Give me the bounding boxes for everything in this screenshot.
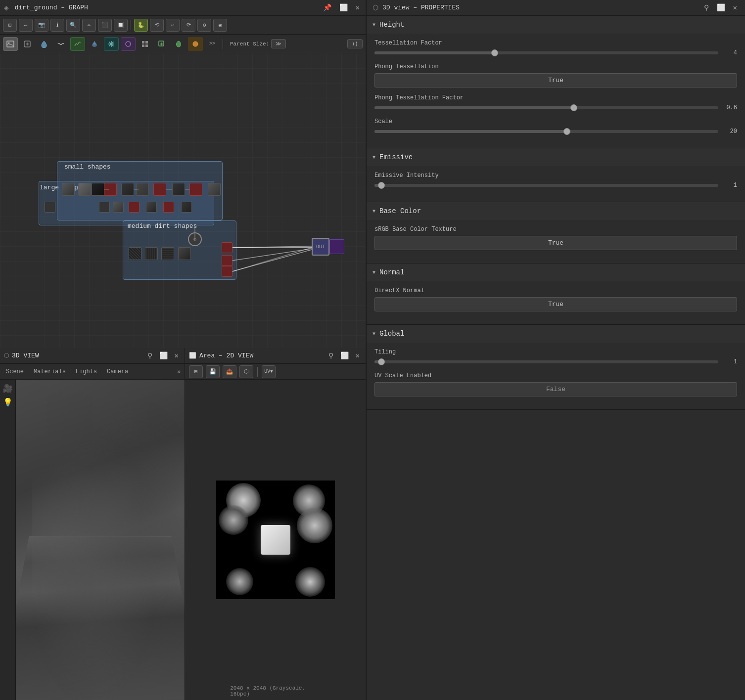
- node-out3[interactable]: [222, 266, 233, 277]
- toolbar-navigate-btn[interactable]: ↔: [19, 19, 33, 32]
- toolbar-zoom-btn[interactable]: 🔍: [66, 19, 80, 32]
- node-final[interactable]: [329, 239, 344, 254]
- node-s5[interactable]: [121, 183, 134, 196]
- graph-pin-btn[interactable]: 📌: [321, 2, 333, 13]
- base-color-content: sRGB Base Color Texture True: [367, 220, 745, 263]
- section-normal-header[interactable]: ▼ Normal: [367, 263, 745, 281]
- section-global-header[interactable]: ▼ Global: [367, 325, 745, 343]
- section-base-color-header[interactable]: ▼ Base Color: [367, 202, 745, 220]
- view2d-fit-btn[interactable]: ⊞: [189, 365, 203, 378]
- view2d-max-btn[interactable]: ⬜: [338, 350, 351, 361]
- graph-close-btn[interactable]: ✕: [354, 2, 362, 13]
- toolbar-info-btn[interactable]: ℹ: [50, 19, 64, 32]
- toolbar-refresh-btn[interactable]: ⟳: [182, 19, 195, 32]
- node-l7[interactable]: [181, 202, 192, 213]
- tab-materials[interactable]: Materials: [32, 367, 68, 376]
- graph-max-btn[interactable]: ⬜: [337, 2, 350, 13]
- tab-lights[interactable]: Lights: [74, 367, 99, 376]
- view2d-pin-btn[interactable]: ⚲: [326, 350, 335, 361]
- node-l2[interactable]: [99, 202, 110, 213]
- tab-expand-btn[interactable]: »: [177, 369, 181, 375]
- view3d-pin-btn[interactable]: ⚲: [145, 350, 154, 361]
- node-m3[interactable]: [161, 247, 174, 260]
- phong-tessellation-btn[interactable]: True: [374, 73, 737, 88]
- section-emissive-header[interactable]: ▼ Emissive: [367, 148, 745, 166]
- node-m1[interactable]: [129, 247, 141, 260]
- tab-scene[interactable]: Scene: [4, 367, 26, 376]
- toolbar2-image-btn[interactable]: [3, 37, 18, 51]
- toolbar2-circle-btn[interactable]: [121, 37, 136, 51]
- tab-camera[interactable]: Camera: [105, 367, 130, 376]
- toolbar2-leaf-btn[interactable]: [171, 37, 186, 51]
- toolbar-redo-btn[interactable]: ↩: [166, 19, 180, 32]
- toolbar2-add-btn[interactable]: [154, 37, 169, 51]
- base-color-chevron: ▼: [372, 209, 375, 214]
- uv-scale-enabled-btn[interactable]: False: [374, 382, 737, 396]
- view3d-sidebar: 🎥 💡: [0, 380, 16, 700]
- phong-tess-factor-track[interactable]: [374, 106, 718, 109]
- graph-canvas[interactable]: large shapes small shapes medium dirt sh…: [0, 53, 366, 348]
- view3d-close-btn[interactable]: ✕: [173, 350, 181, 361]
- directx-normal-btn[interactable]: True: [374, 297, 737, 311]
- node-s6[interactable]: [136, 183, 149, 196]
- graph-nav-btn[interactable]: ⟩⟩: [347, 39, 363, 48]
- toolbar2-wave-btn[interactable]: [53, 37, 68, 51]
- toolbar2-snowflake-btn[interactable]: [104, 37, 119, 51]
- node-s10[interactable]: [208, 183, 221, 196]
- toolbar-screenshot-btn[interactable]: 📷: [35, 19, 48, 32]
- node-m4[interactable]: [178, 247, 191, 260]
- output-node[interactable]: OUT: [312, 238, 329, 256]
- properties-close-btn[interactable]: ✕: [731, 2, 739, 13]
- toolbar2-liquid-btn[interactable]: [87, 37, 102, 51]
- node-s1[interactable]: [62, 183, 75, 196]
- toolbar-python-btn[interactable]: 🐍: [134, 19, 148, 32]
- emissive-intensity-track[interactable]: [374, 184, 718, 187]
- toolbar2-graph-btn[interactable]: [70, 37, 85, 51]
- toolbar-grid-btn[interactable]: 🔲: [114, 19, 128, 32]
- node-l5[interactable]: [146, 202, 157, 213]
- toolbar-settings-btn[interactable]: ⚙: [197, 19, 211, 32]
- toolbar2-more-btn[interactable]: >>: [205, 37, 220, 51]
- node-blend[interactable]: ⊕: [188, 232, 202, 246]
- view2d-uv-btn[interactable]: UV ▼: [262, 365, 276, 378]
- toolbar-record-btn[interactable]: ◉: [213, 19, 227, 32]
- node-l6[interactable]: [163, 202, 174, 213]
- section-height-header[interactable]: ▼ Height: [367, 16, 745, 34]
- toolbar-frame-btn[interactable]: ⬛: [98, 19, 112, 32]
- tiling-track[interactable]: [374, 360, 718, 363]
- view3d-max-btn[interactable]: ⬜: [157, 350, 170, 361]
- srgb-base-color-btn[interactable]: True: [374, 236, 737, 250]
- toolbar2-orange-btn[interactable]: [188, 37, 203, 51]
- node-s3[interactable]: [92, 183, 104, 196]
- toolbar-connect-btn[interactable]: ⇔: [82, 19, 96, 32]
- toolbar2-grid-btn[interactable]: [138, 37, 152, 51]
- view2d-export-btn[interactable]: 📤: [223, 365, 236, 378]
- light-icon[interactable]: 💡: [3, 397, 13, 407]
- properties-max-btn[interactable]: ⬜: [715, 2, 727, 13]
- node-s8[interactable]: [172, 183, 185, 196]
- parent-size-btn[interactable]: ≫: [271, 39, 286, 48]
- toolbar2-water-btn[interactable]: [37, 37, 51, 51]
- toolbar2-fx-btn[interactable]: [20, 37, 35, 51]
- view2d-close-btn[interactable]: ✕: [354, 350, 362, 361]
- node-l4[interactable]: [129, 202, 140, 213]
- scale-track[interactable]: [374, 130, 718, 133]
- node-l3[interactable]: [113, 202, 124, 213]
- view2d-save-btn[interactable]: 💾: [206, 365, 220, 378]
- node-m2[interactable]: [145, 247, 158, 260]
- tessellation-factor-track[interactable]: [374, 51, 718, 54]
- properties-pin-btn[interactable]: ⚲: [702, 2, 711, 13]
- node-s7[interactable]: [153, 183, 166, 196]
- toolbar-undo-btn[interactable]: ⟲: [150, 19, 164, 32]
- node-s4[interactable]: [104, 183, 117, 196]
- node-l1[interactable]: [45, 202, 55, 213]
- node-out1[interactable]: [222, 242, 233, 253]
- uv-dropdown-icon[interactable]: ▼: [270, 369, 273, 374]
- node-s2[interactable]: [78, 183, 91, 196]
- view2d-share-btn[interactable]: ⬡: [239, 365, 253, 378]
- camera-icon[interactable]: 🎥: [3, 384, 13, 394]
- node-out2[interactable]: [222, 255, 233, 266]
- graph-window: ◈ dirt_ground – GRAPH 📌 ⬜ ✕ ⊞ ↔ 📷 ℹ 🔍 ⇔ …: [0, 0, 366, 348]
- toolbar-fit-btn[interactable]: ⊞: [3, 19, 17, 32]
- node-s9[interactable]: [189, 183, 202, 196]
